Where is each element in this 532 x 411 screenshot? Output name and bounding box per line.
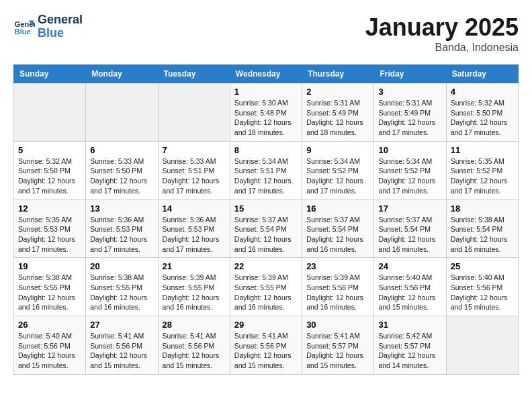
day-info: Sunrise: 5:39 AM Sunset: 5:55 PM Dayligh…: [163, 273, 226, 312]
header-saturday: Saturday: [446, 65, 518, 83]
day-cell: 8Sunrise: 5:34 AM Sunset: 5:51 PM Daylig…: [230, 141, 302, 199]
day-number: 2: [306, 87, 369, 97]
day-cell: 26Sunrise: 5:40 AM Sunset: 5:56 PM Dayli…: [14, 316, 86, 375]
calendar-table: SundayMondayTuesdayWednesdayThursdayFrid…: [13, 64, 519, 375]
day-number: 13: [90, 203, 153, 214]
logo-icon: General Blue: [13, 16, 35, 38]
day-cell: 27Sunrise: 5:41 AM Sunset: 5:56 PM Dayli…: [86, 316, 158, 375]
calendar-title: January 2025: [365, 13, 519, 42]
day-cell: 24Sunrise: 5:40 AM Sunset: 5:56 PM Dayli…: [374, 258, 446, 316]
day-cell: 13Sunrise: 5:36 AM Sunset: 5:53 PM Dayli…: [86, 199, 158, 258]
day-number: 8: [234, 145, 298, 155]
day-cell: 23Sunrise: 5:39 AM Sunset: 5:56 PM Dayli…: [302, 258, 374, 316]
week-row-2: 5Sunrise: 5:32 AM Sunset: 5:50 PM Daylig…: [14, 141, 519, 199]
week-row-3: 12Sunrise: 5:35 AM Sunset: 5:53 PM Dayli…: [14, 199, 519, 258]
day-number: 19: [18, 261, 81, 271]
calendar-subtitle: Banda, Indonesia: [365, 42, 519, 54]
day-number: 27: [90, 320, 153, 330]
day-info: Sunrise: 5:34 AM Sunset: 5:52 PM Dayligh…: [306, 156, 369, 196]
day-info: Sunrise: 5:38 AM Sunset: 5:54 PM Dayligh…: [451, 215, 514, 255]
header-tuesday: Tuesday: [158, 65, 230, 83]
day-info: Sunrise: 5:36 AM Sunset: 5:53 PM Dayligh…: [163, 215, 226, 255]
day-cell: [446, 316, 518, 375]
day-cell: 28Sunrise: 5:41 AM Sunset: 5:56 PM Dayli…: [158, 316, 230, 375]
day-info: Sunrise: 5:41 AM Sunset: 5:57 PM Dayligh…: [306, 331, 369, 371]
day-number: 17: [378, 203, 441, 214]
day-number: 16: [306, 203, 369, 214]
day-number: 30: [306, 320, 369, 330]
day-number: 4: [451, 87, 514, 97]
day-number: 12: [18, 203, 81, 214]
week-row-4: 19Sunrise: 5:38 AM Sunset: 5:55 PM Dayli…: [14, 258, 519, 316]
day-number: 31: [378, 320, 441, 330]
day-info: Sunrise: 5:34 AM Sunset: 5:51 PM Dayligh…: [234, 156, 298, 196]
day-cell: 12Sunrise: 5:35 AM Sunset: 5:53 PM Dayli…: [14, 199, 86, 258]
day-info: Sunrise: 5:40 AM Sunset: 5:56 PM Dayligh…: [451, 273, 514, 312]
day-info: Sunrise: 5:38 AM Sunset: 5:55 PM Dayligh…: [18, 273, 81, 312]
day-number: 28: [163, 320, 226, 330]
svg-text:Blue: Blue: [15, 28, 31, 36]
page-header: General Blue General Blue January 2025 B…: [13, 13, 519, 54]
day-number: 23: [306, 261, 369, 271]
header-wednesday: Wednesday: [230, 65, 302, 83]
day-number: 25: [451, 261, 514, 271]
logo: General Blue General Blue: [13, 13, 83, 40]
day-info: Sunrise: 5:32 AM Sunset: 5:50 PM Dayligh…: [451, 98, 514, 138]
day-cell: 29Sunrise: 5:41 AM Sunset: 5:56 PM Dayli…: [230, 316, 302, 375]
day-number: 14: [163, 203, 226, 214]
day-info: Sunrise: 5:35 AM Sunset: 5:53 PM Dayligh…: [18, 215, 81, 255]
day-cell: [14, 83, 86, 142]
day-cell: 22Sunrise: 5:39 AM Sunset: 5:55 PM Dayli…: [230, 258, 302, 316]
day-cell: 1Sunrise: 5:30 AM Sunset: 5:48 PM Daylig…: [230, 83, 302, 142]
day-cell: [86, 83, 158, 142]
header-monday: Monday: [86, 65, 158, 83]
day-number: 18: [451, 203, 514, 214]
day-cell: 18Sunrise: 5:38 AM Sunset: 5:54 PM Dayli…: [446, 199, 518, 258]
day-number: 5: [18, 145, 81, 155]
day-number: 15: [234, 203, 298, 214]
header-thursday: Thursday: [302, 65, 374, 83]
day-cell: 3Sunrise: 5:31 AM Sunset: 5:49 PM Daylig…: [374, 83, 446, 142]
day-cell: 17Sunrise: 5:37 AM Sunset: 5:54 PM Dayli…: [374, 199, 446, 258]
day-info: Sunrise: 5:35 AM Sunset: 5:52 PM Dayligh…: [451, 156, 514, 196]
day-number: 10: [378, 145, 441, 155]
day-info: Sunrise: 5:41 AM Sunset: 5:56 PM Dayligh…: [234, 331, 298, 371]
day-cell: 14Sunrise: 5:36 AM Sunset: 5:53 PM Dayli…: [158, 199, 230, 258]
day-info: Sunrise: 5:36 AM Sunset: 5:53 PM Dayligh…: [90, 215, 153, 255]
day-cell: [158, 83, 230, 142]
day-number: 20: [90, 261, 153, 271]
day-number: 21: [163, 261, 226, 271]
title-block: January 2025 Banda, Indonesia: [365, 13, 519, 54]
day-cell: 11Sunrise: 5:35 AM Sunset: 5:52 PM Dayli…: [446, 141, 518, 199]
day-info: Sunrise: 5:39 AM Sunset: 5:55 PM Dayligh…: [234, 273, 298, 312]
day-info: Sunrise: 5:37 AM Sunset: 5:54 PM Dayligh…: [234, 215, 298, 255]
day-info: Sunrise: 5:42 AM Sunset: 5:57 PM Dayligh…: [378, 331, 441, 371]
day-info: Sunrise: 5:39 AM Sunset: 5:56 PM Dayligh…: [306, 273, 369, 312]
day-info: Sunrise: 5:31 AM Sunset: 5:49 PM Dayligh…: [306, 98, 369, 138]
day-number: 7: [163, 145, 226, 155]
day-cell: 7Sunrise: 5:33 AM Sunset: 5:51 PM Daylig…: [158, 141, 230, 199]
logo-line1: General: [38, 13, 83, 27]
day-info: Sunrise: 5:38 AM Sunset: 5:55 PM Dayligh…: [90, 273, 153, 312]
day-cell: 10Sunrise: 5:34 AM Sunset: 5:52 PM Dayli…: [374, 141, 446, 199]
day-number: 3: [378, 87, 441, 97]
day-cell: 4Sunrise: 5:32 AM Sunset: 5:50 PM Daylig…: [446, 83, 518, 142]
day-number: 22: [234, 261, 298, 271]
day-number: 26: [18, 320, 81, 330]
day-cell: 15Sunrise: 5:37 AM Sunset: 5:54 PM Dayli…: [230, 199, 302, 258]
day-cell: 25Sunrise: 5:40 AM Sunset: 5:56 PM Dayli…: [446, 258, 518, 316]
day-cell: 9Sunrise: 5:34 AM Sunset: 5:52 PM Daylig…: [302, 141, 374, 199]
day-number: 6: [90, 145, 153, 155]
day-cell: 20Sunrise: 5:38 AM Sunset: 5:55 PM Dayli…: [86, 258, 158, 316]
week-row-1: 1Sunrise: 5:30 AM Sunset: 5:48 PM Daylig…: [14, 83, 519, 142]
day-info: Sunrise: 5:37 AM Sunset: 5:54 PM Dayligh…: [378, 215, 441, 255]
day-number: 29: [234, 320, 298, 330]
logo-line2: Blue: [38, 27, 83, 40]
header-friday: Friday: [374, 65, 446, 83]
day-info: Sunrise: 5:32 AM Sunset: 5:50 PM Dayligh…: [18, 156, 81, 196]
week-row-5: 26Sunrise: 5:40 AM Sunset: 5:56 PM Dayli…: [14, 316, 519, 375]
day-info: Sunrise: 5:30 AM Sunset: 5:48 PM Dayligh…: [234, 98, 298, 138]
day-info: Sunrise: 5:33 AM Sunset: 5:51 PM Dayligh…: [163, 156, 226, 196]
day-cell: 16Sunrise: 5:37 AM Sunset: 5:54 PM Dayli…: [302, 199, 374, 258]
day-cell: 19Sunrise: 5:38 AM Sunset: 5:55 PM Dayli…: [14, 258, 86, 316]
